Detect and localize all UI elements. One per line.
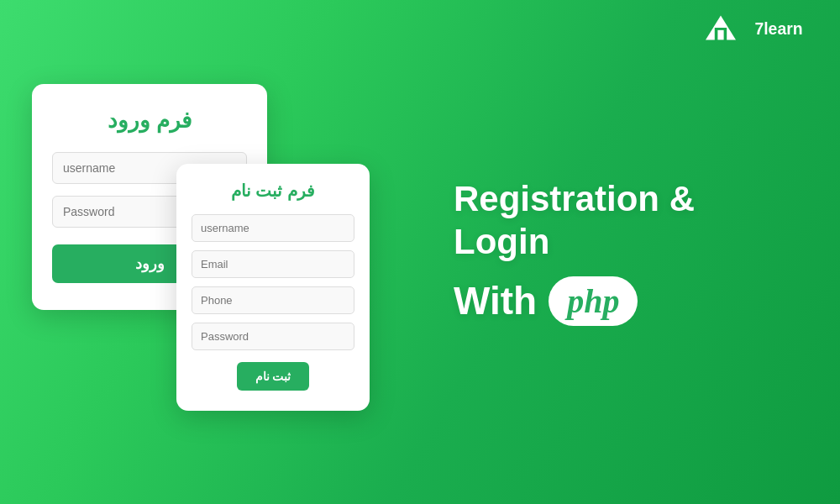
php-badge: php [549,276,638,326]
register-email-input[interactable] [192,250,354,278]
register-phone-input[interactable] [192,286,354,314]
register-submit-button[interactable]: ثبت نام [237,362,310,391]
register-username-input[interactable] [192,214,354,242]
main-title: Registration & Login [454,178,790,263]
with-text: With [454,278,537,323]
with-php-row: With php [454,276,638,326]
right-section: Registration & Login With php [437,0,790,504]
register-password-input[interactable] [192,323,354,350]
php-badge-text: php [567,281,619,321]
register-form-title: فرم ثبت نام [192,181,354,201]
login-form-title: فرم ورود [52,108,247,134]
register-card: فرم ثبت نام ثبت نام [176,164,370,411]
